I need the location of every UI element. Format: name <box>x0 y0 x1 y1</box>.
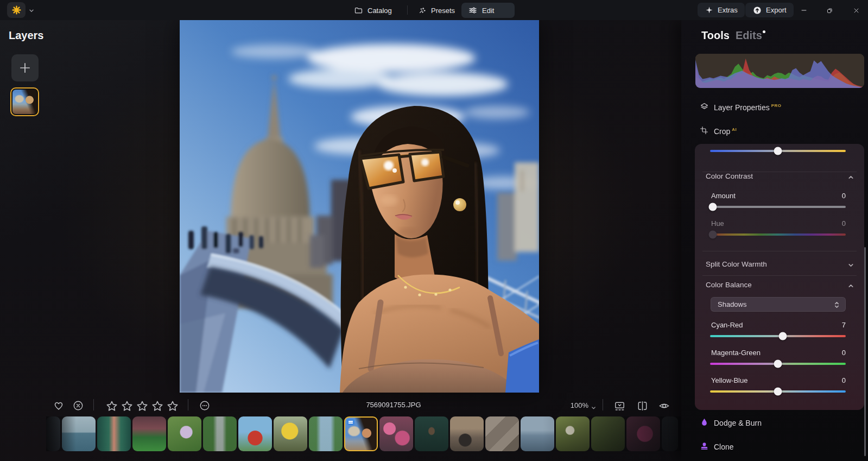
thumb-grass[interactable] <box>591 416 625 451</box>
toolbar-divider <box>603 399 603 411</box>
tool-dodge-burn[interactable]: Dodge & Burn <box>681 415 868 432</box>
star-rating-5[interactable] <box>166 400 179 415</box>
magenta-green-slider-thumb[interactable] <box>774 360 782 368</box>
yellow-blue-slider-thumb[interactable] <box>774 388 782 396</box>
tab-edit-label: Edit <box>482 7 494 15</box>
star-rating-2[interactable] <box>121 400 134 415</box>
thumb-edge-left[interactable] <box>46 416 60 451</box>
amount-slider-thumb[interactable] <box>709 203 717 211</box>
add-layer-button[interactable] <box>11 54 39 81</box>
reject-button[interactable] <box>72 400 84 414</box>
chevron-up-icon[interactable] <box>847 282 854 292</box>
edit-side-panel: Tools Edits Layer PropertiesPRO CropAI C… <box>681 20 868 461</box>
before-after-icon <box>636 400 649 412</box>
cyan-red-slider-thumb[interactable] <box>778 332 787 340</box>
filmstrip <box>46 416 695 451</box>
edited-badge <box>347 419 354 425</box>
heart-icon <box>53 400 65 412</box>
warmth-slider[interactable] <box>710 150 846 152</box>
toolbar-divider <box>93 399 94 411</box>
tab-presets-label: Presets <box>431 7 455 15</box>
star-rating-1[interactable] <box>105 400 118 415</box>
chevron-up-icon[interactable] <box>847 173 854 183</box>
tool-crop[interactable]: CropAI <box>681 124 868 140</box>
warmth-slider-thumb[interactable] <box>774 147 782 155</box>
tab-tools[interactable]: Tools <box>701 29 730 42</box>
thumb-tire-sunset[interactable] <box>450 416 484 451</box>
star-icon <box>105 400 118 413</box>
extras-button[interactable]: Extras <box>698 3 745 17</box>
thumb-edge-right[interactable] <box>662 416 678 451</box>
yellow-blue-slider-row: Yellow-Blue 0 <box>710 376 846 398</box>
thumb-sunflower[interactable] <box>274 416 307 451</box>
section-color-contrast[interactable]: Color Contrast <box>706 172 753 180</box>
chevron-down-icon[interactable] <box>847 261 854 271</box>
thumb-person-red[interactable] <box>238 416 272 451</box>
tab-edits[interactable]: Edits <box>736 29 762 42</box>
hue-slider[interactable] <box>710 233 846 236</box>
tonal-range-select[interactable]: Shadows <box>711 297 846 312</box>
thumb-selected-portrait[interactable] <box>344 416 378 451</box>
tool-layer-properties[interactable]: Layer PropertiesPRO <box>681 100 868 116</box>
restore-window-icon <box>826 7 834 15</box>
thumb-lake-fence[interactable] <box>521 416 554 451</box>
thumb-forest-path[interactable] <box>203 416 237 451</box>
close-button[interactable] <box>848 4 864 17</box>
clone-label: Clone <box>714 443 734 451</box>
panel-scrollbar[interactable] <box>864 247 866 456</box>
tool-clone[interactable]: Clone <box>681 439 868 456</box>
star-rating-4[interactable] <box>151 400 164 415</box>
logo-chevron-down-icon[interactable] <box>28 7 35 16</box>
magenta-green-slider[interactable] <box>710 363 846 365</box>
compare-view-button[interactable] <box>636 400 649 414</box>
filmstrip-panel-icon <box>613 400 626 412</box>
yellow-blue-slider[interactable] <box>710 390 846 393</box>
cyan-red-slider-row: Cyan-Red 7 <box>710 321 846 343</box>
tool-options-card: Color Contrast Amount 0 Hue 0 Split Colo… <box>695 144 864 410</box>
thumb-stadium[interactable] <box>132 416 166 451</box>
thumb-duck[interactable] <box>415 416 448 451</box>
tab-presets[interactable]: Presets <box>411 3 461 18</box>
slider-value: 7 <box>842 321 846 329</box>
tab-catalog[interactable]: Catalog <box>347 3 398 18</box>
thumb-flower[interactable] <box>168 416 201 451</box>
tab-edit[interactable]: Edit <box>461 3 515 18</box>
star-icon <box>136 400 149 413</box>
favorite-heart-button[interactable] <box>53 400 65 414</box>
thumb-rocks[interactable] <box>485 416 519 451</box>
photo-canvas[interactable] <box>180 20 539 393</box>
histogram[interactable] <box>695 54 864 88</box>
amount-slider[interactable] <box>710 206 846 208</box>
slider-label: Cyan-Red <box>711 321 743 329</box>
thumb-pink-flowers[interactable] <box>379 416 413 451</box>
cyan-red-slider[interactable] <box>710 335 846 337</box>
thumb-canal[interactable] <box>309 416 343 451</box>
zoom-chevron-down-icon[interactable] <box>591 403 597 413</box>
star-icon <box>121 400 134 413</box>
hue-slider-thumb[interactable] <box>709 231 717 239</box>
title-bar: Catalog Presets Edit Extras Export <box>0 0 868 20</box>
thumb-sea[interactable] <box>62 416 96 451</box>
star-rating-3[interactable] <box>136 400 149 415</box>
thumb-corridor[interactable] <box>97 416 131 451</box>
slider-label: Amount <box>711 192 736 200</box>
minimize-button[interactable] <box>796 4 812 17</box>
section-split-color-warmth[interactable]: Split Color Warmth <box>706 260 767 268</box>
circle-x-icon <box>72 400 84 412</box>
thumb-dandelion[interactable] <box>556 416 590 451</box>
layer-thumbnail[interactable] <box>10 87 39 116</box>
app-logo-button[interactable] <box>7 2 26 18</box>
current-filename: 7569091755.JPG <box>326 401 461 409</box>
zoom-level-control[interactable]: 100% <box>550 401 588 409</box>
more-options-button[interactable] <box>199 400 211 414</box>
export-button[interactable]: Export <box>745 3 794 17</box>
thumb-pink-flowers-2[interactable] <box>626 416 660 451</box>
circle-ellipsis-icon <box>199 400 211 412</box>
sliders-icon <box>468 5 478 15</box>
restore-button[interactable] <box>821 4 838 17</box>
section-divider <box>702 275 857 276</box>
close-icon <box>852 7 860 15</box>
filmstrip-toggle-button[interactable] <box>613 400 626 414</box>
quick-preview-button[interactable] <box>658 400 670 414</box>
section-color-balance[interactable]: Color Balance <box>706 281 752 289</box>
